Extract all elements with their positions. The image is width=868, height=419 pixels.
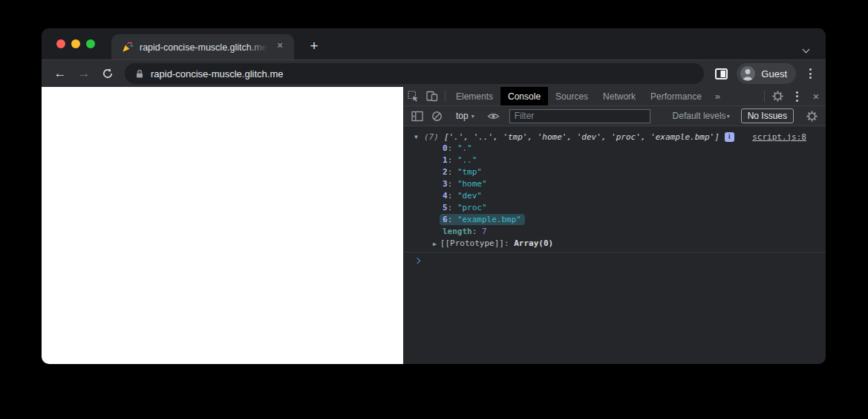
array-row-3: 3: "home" — [403, 178, 826, 190]
more-tabs-button[interactable]: » — [709, 87, 727, 105]
console-toolbar: top ▾ Default levels ▾ No Issues — [403, 106, 826, 126]
device-toolbar-icon — [426, 91, 438, 102]
zoom-window-button[interactable] — [86, 39, 95, 48]
tab-sources[interactable]: Sources — [548, 87, 595, 105]
devtools-tabbar-right: × — [761, 87, 826, 105]
array-row-4: 4: "dev" — [403, 190, 826, 202]
prompt-chevron-icon — [414, 258, 420, 264]
close-window-button[interactable] — [56, 39, 65, 48]
reload-icon — [102, 68, 114, 79]
console-message: ▼ (7) ['.', '..', 'tmp', 'home', 'dev', … — [403, 126, 826, 253]
array-row-2: 2: "tmp" — [403, 166, 826, 178]
browser-menu-button[interactable] — [803, 68, 817, 79]
block-icon — [431, 111, 443, 122]
chevron-down-icon: ▾ — [471, 113, 474, 120]
array-row-5: 5: "proc" — [403, 202, 826, 214]
eye-icon — [487, 111, 500, 121]
live-expression-button[interactable] — [484, 111, 503, 121]
browser-window: rapid-concise-muscle.glitch.me × + ← → r… — [42, 28, 826, 364]
array-preview: ['.', '..', 'tmp', 'home', 'dev', 'proc'… — [444, 132, 719, 142]
tab-performance[interactable]: Performance — [643, 87, 709, 105]
chevron-down-icon — [803, 46, 810, 53]
minimize-window-button[interactable] — [71, 39, 80, 48]
avatar — [740, 65, 756, 82]
tab-title-wrap: rapid-concise-muscle.glitch.me — [140, 40, 267, 53]
kebab-icon — [790, 91, 803, 102]
devtools-tabbar: Elements Console Sources Network Perform… — [403, 87, 826, 106]
side-panel-button[interactable] — [711, 64, 731, 83]
gear-icon — [772, 91, 783, 102]
array-length-row: length: 7 — [403, 226, 826, 238]
forward-button[interactable]: → — [74, 64, 94, 83]
levels-dropdown[interactable]: Default levels ▾ — [673, 111, 733, 121]
page-content — [42, 87, 403, 364]
url-bar[interactable]: rapid-concise-muscle.glitch.me — [125, 63, 704, 84]
console-output: ▼ (7) ['.', '..', 'tmp', 'home', 'dev', … — [403, 126, 826, 364]
devtools-panel: Elements Console Sources Network Perform… — [403, 87, 826, 364]
no-issues-button[interactable]: No Issues — [741, 108, 794, 123]
tab-elements[interactable]: Elements — [448, 87, 500, 105]
chevron-down-icon: ▾ — [727, 113, 730, 120]
array-row-6-highlighted: 6: "example.bmp" — [403, 214, 826, 226]
tab-title-fade — [248, 40, 267, 53]
divider — [445, 91, 446, 102]
clear-console-button[interactable] — [427, 111, 446, 122]
array-row-1: 1: ".." — [403, 155, 826, 166]
browser-tab[interactable]: rapid-concise-muscle.glitch.me × — [111, 34, 294, 59]
tab-close-icon[interactable]: × — [273, 40, 287, 53]
reload-button[interactable] — [98, 64, 117, 83]
source-link[interactable]: script.js:8 — [752, 132, 806, 142]
devtools-close-button[interactable]: × — [806, 87, 826, 105]
array-preview-line: ▼ (7) ['.', '..', 'tmp', 'home', 'dev', … — [403, 131, 826, 143]
console-prompt[interactable] — [403, 253, 826, 269]
profile-button[interactable]: Guest — [737, 63, 796, 84]
console-settings-button[interactable] — [802, 111, 821, 122]
divider — [764, 91, 765, 102]
inspect-cursor-icon — [408, 91, 419, 102]
expand-caret-icon[interactable]: ▶ — [433, 241, 440, 247]
devtools-settings-button[interactable] — [768, 87, 787, 105]
inspect-element-button[interactable] — [403, 87, 422, 105]
console-sidebar-icon — [411, 111, 423, 122]
gear-icon — [806, 111, 818, 122]
browser-toolbar: ← → rapid-concise-muscle.glitch.me — [42, 59, 826, 87]
toolbar-right-icons: Guest — [711, 63, 817, 84]
new-tab-button[interactable]: + — [304, 36, 324, 56]
tab-network[interactable]: Network — [595, 87, 643, 105]
back-button[interactable]: ← — [50, 64, 70, 83]
array-count: (7) — [424, 132, 439, 142]
console-filter-input[interactable] — [509, 109, 650, 123]
lock-icon — [135, 69, 144, 79]
window-content: Elements Console Sources Network Perform… — [42, 87, 826, 364]
tab-console[interactable]: Console — [500, 87, 548, 105]
url-text: rapid-concise-muscle.glitch.me — [151, 68, 283, 79]
row-highlight: 6: "example.bmp" — [440, 214, 525, 225]
party-popper-icon — [122, 41, 134, 53]
array-row-0: 0: "." — [403, 143, 826, 155]
tab-strip: rapid-concise-muscle.glitch.me × + — [42, 28, 826, 59]
levels-label: Default levels — [673, 111, 726, 121]
device-toolbar-button[interactable] — [422, 87, 442, 105]
info-icon[interactable]: i — [725, 132, 734, 142]
profile-label: Guest — [761, 68, 787, 79]
console-sidebar-button[interactable] — [408, 111, 427, 122]
devtools-menu-button[interactable] — [787, 87, 806, 105]
kebab-icon — [809, 68, 812, 71]
prototype-row[interactable]: ▶[[Prototype]]: Array(0) — [403, 238, 826, 250]
collapse-caret-icon[interactable]: ▼ — [414, 134, 424, 140]
context-selector[interactable]: top — [456, 111, 469, 121]
traffic-lights — [56, 39, 95, 48]
tab-search-button[interactable] — [803, 42, 812, 51]
side-panel-icon — [715, 68, 728, 79]
